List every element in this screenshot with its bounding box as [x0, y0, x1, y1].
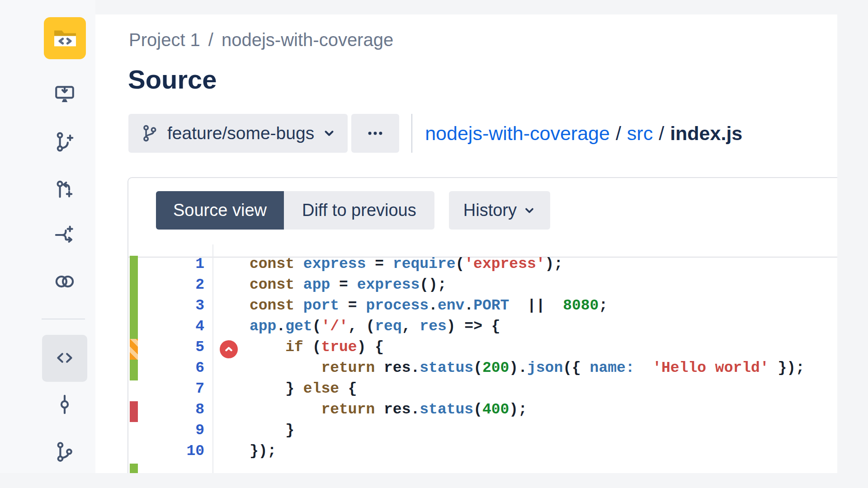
code-line: 7 } else { [128, 380, 837, 401]
sidebar-item-compare[interactable] [53, 224, 76, 246]
toolbar: feature/some-bugs nodejs-with-coverage /… [128, 114, 742, 153]
code-line: 3const port = process.env.PORT || 8080; [128, 297, 837, 318]
tab-history[interactable]: History [449, 191, 550, 230]
source-card: Source view Diff to previous History 1co… [127, 177, 837, 473]
line-number[interactable]: 5 [137, 339, 212, 360]
coverage-indicator [130, 422, 138, 443]
code-line: 6 return res.status(200).json({ name: 'H… [128, 360, 837, 380]
sidebar-item-branches[interactable] [53, 441, 76, 463]
file-breadcrumb: nodejs-with-coverage / src / index.js [425, 122, 742, 145]
chevron-down-icon [322, 127, 336, 140]
code-line: 10}); [128, 443, 837, 464]
sidebar-rail [0, 0, 95, 473]
coverage-indicator [130, 401, 138, 422]
coverage-indicator [130, 360, 138, 380]
code-text: } else { [250, 380, 357, 401]
source-code-icon [53, 347, 76, 369]
breadcrumb: Project 1 / nodejs-with-coverage [129, 30, 393, 50]
coverage-indicator [130, 464, 138, 473]
tab-source-view[interactable]: Source view [156, 191, 284, 230]
sidebar-item-commits[interactable] [53, 393, 76, 416]
line-number[interactable]: 3 [137, 297, 212, 318]
page-title: Source [128, 64, 217, 94]
code-line: 5 if (true) { [128, 339, 837, 360]
breadcrumb-project[interactable]: Project 1 [129, 30, 200, 50]
line-number[interactable]: 9 [137, 422, 212, 443]
code-rows: 1const express = require('express');2con… [128, 256, 837, 473]
code-text: const port = process.env.PORT || 8080; [250, 297, 608, 318]
branch-selector-label: feature/some-bugs [167, 123, 314, 143]
create-branch-icon [53, 131, 76, 153]
line-number[interactable] [137, 464, 212, 473]
bitbucket-source-page: { "app": { "background": "#F4F5F7", "pan… [0, 0, 868, 488]
annotation-badge-icon[interactable] [220, 340, 238, 358]
code-line: 8 return res.status(400); [128, 401, 837, 422]
code-text: const app = express(); [250, 277, 447, 297]
branch-icon [140, 124, 159, 143]
main-panel: Project 1 / nodejs-with-coverage Source … [95, 14, 837, 473]
coverage-indicator [130, 277, 138, 297]
code-line: 4app.get('/', (req, res) => { [128, 318, 837, 339]
sidebar-item-compare-branches[interactable] [53, 270, 76, 293]
line-number[interactable]: 8 [137, 401, 212, 422]
more-options-button[interactable] [351, 114, 399, 153]
breadcrumb-separator: / [208, 30, 213, 50]
coverage-indicator [130, 256, 138, 277]
coverage-indicator [130, 297, 138, 318]
code-text: if (true) { [250, 339, 384, 360]
file-breadcrumb-repository[interactable]: nodejs-with-coverage [425, 122, 610, 145]
code-folder-icon [49, 22, 81, 55]
tab-diff-to-previous[interactable]: Diff to previous [284, 191, 434, 230]
sidebar-item-create-pull-request[interactable] [53, 178, 76, 201]
file-breadcrumb-directory[interactable]: src [627, 122, 653, 145]
file-breadcrumb-separator: / [616, 122, 621, 145]
toolbar-divider [411, 114, 412, 153]
branch-icon [53, 441, 76, 463]
sidebar-item-source[interactable] [53, 347, 76, 369]
code-text: return res.status(200).json({ name: 'Hel… [250, 360, 805, 380]
code-line [128, 464, 837, 473]
code-text: app.get('/', (req, res) => { [250, 318, 500, 339]
code-line: 2const app = express(); [128, 277, 837, 297]
compare-icon [53, 224, 76, 246]
line-number[interactable]: 10 [137, 443, 212, 464]
code-text: return res.status(400); [250, 401, 527, 422]
breadcrumb-repository[interactable]: nodejs-with-coverage [222, 30, 393, 50]
overlapping-circles-icon [53, 270, 76, 293]
coverage-indicator [130, 443, 138, 464]
line-number[interactable]: 2 [137, 277, 212, 297]
line-number[interactable]: 7 [137, 380, 212, 401]
sidebar-divider [42, 319, 85, 319]
file-breadcrumb-filename: index.js [670, 122, 742, 145]
file-breadcrumb-separator: / [659, 122, 664, 145]
tab-history-label: History [463, 201, 517, 220]
sidebar-item-clone[interactable] [53, 83, 76, 105]
commit-icon [53, 393, 76, 416]
code-text: } [250, 422, 294, 443]
code-line: 1const express = require('express'); [128, 256, 837, 277]
coverage-indicator [130, 380, 138, 401]
line-number[interactable]: 4 [137, 318, 212, 339]
code-line: 9 } [128, 422, 837, 443]
clone-icon [53, 83, 76, 105]
create-pull-request-icon [53, 178, 76, 201]
branch-selector-button[interactable]: feature/some-bugs [128, 114, 348, 153]
code-text: const express = require('express'); [250, 256, 563, 277]
line-number[interactable]: 1 [137, 256, 212, 277]
sidebar-item-create-branch[interactable] [53, 131, 76, 153]
view-tabs: Source view Diff to previous History [128, 178, 837, 258]
coverage-indicator [130, 318, 138, 339]
code-text: }); [250, 443, 276, 464]
line-number[interactable]: 6 [137, 360, 212, 380]
ellipsis-icon [365, 123, 385, 143]
project-avatar[interactable] [44, 17, 86, 59]
coverage-indicator [130, 339, 138, 360]
chevron-down-icon [523, 204, 536, 217]
